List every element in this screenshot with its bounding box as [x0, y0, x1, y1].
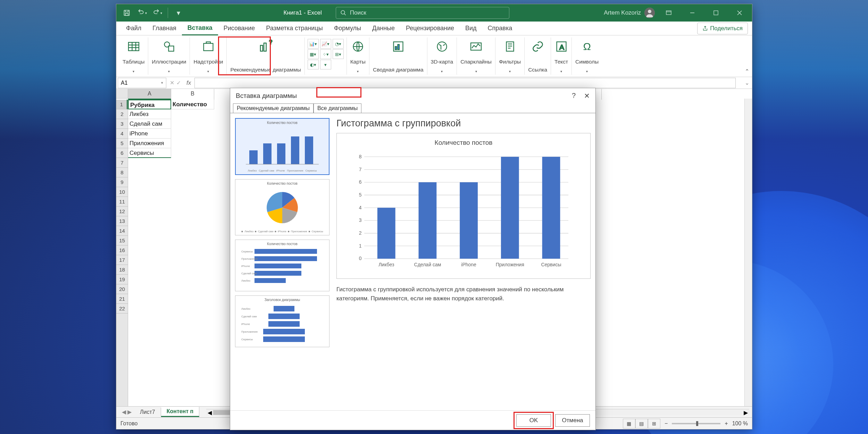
pie-chart-icon[interactable]: ◔▾	[333, 39, 344, 49]
sheet-tab[interactable]: Лист7	[134, 408, 161, 417]
expand-formula-icon[interactable]: ⌄	[745, 80, 752, 86]
row-header[interactable]: 5	[116, 139, 128, 148]
qat-dropdown-icon[interactable]: ▾	[172, 7, 185, 19]
ribbon-tables[interactable]: Таблицы ▾	[119, 37, 148, 75]
tab-layout[interactable]: Разметка страницы	[260, 22, 328, 35]
cell-b1[interactable]: Количество	[171, 100, 214, 109]
close-icon[interactable]	[730, 4, 749, 22]
cell-a5[interactable]: Приложения	[128, 139, 171, 148]
view-break-icon[interactable]: ⊞	[648, 419, 660, 428]
row-header[interactable]: 15	[116, 236, 128, 245]
hierarchy-chart-icon[interactable]: ▦▾	[308, 49, 319, 59]
view-page-icon[interactable]: ▤	[635, 419, 648, 428]
cell-a2[interactable]: Ликбез	[128, 109, 171, 119]
zoom-in-icon[interactable]: +	[725, 420, 728, 427]
cell-a1[interactable]: Рубрика	[128, 100, 171, 109]
tab-home[interactable]: Главная	[147, 22, 182, 35]
row-header[interactable]: 10	[116, 187, 128, 197]
row-header[interactable]: 13	[116, 216, 128, 226]
user-account[interactable]: Artem Kozoriz	[604, 8, 655, 18]
tab-view[interactable]: Вид	[460, 22, 482, 35]
dialog-tab-all[interactable]: Все диаграммы	[314, 103, 361, 113]
enter-formula-icon[interactable]: ✓	[176, 80, 181, 86]
row-header[interactable]: 8	[116, 168, 128, 177]
maximize-icon[interactable]	[706, 4, 726, 22]
ribbon-text[interactable]: A Текст ▾	[551, 37, 572, 75]
view-normal-icon[interactable]: ▦	[623, 419, 635, 428]
dialog-tab-recommended[interactable]: Рекомендуемые диаграммы	[233, 103, 314, 113]
thumb-bar[interactable]: Количество постов Сервисы Приложения iPh…	[235, 240, 329, 291]
row-header[interactable]: 16	[116, 245, 128, 255]
ribbon-symbols[interactable]: Ω Символы ▾	[572, 37, 602, 75]
zoom-level[interactable]: 100 %	[732, 420, 748, 427]
row-header[interactable]: 6	[116, 148, 128, 158]
row-header[interactable]: 22	[116, 304, 128, 314]
ribbon-mode-icon[interactable]	[659, 4, 678, 22]
stat-chart-icon[interactable]: ⊞▾	[333, 49, 344, 59]
tab-insert[interactable]: Вставка	[182, 22, 218, 35]
thumb-funnel[interactable]: Заголовок диаграммы Ликбез Сделай сам iP…	[235, 295, 329, 347]
line-chart-icon[interactable]: 📈▾	[320, 39, 331, 49]
save-icon[interactable]	[120, 7, 133, 19]
col-header-b[interactable]: B	[171, 89, 214, 100]
row-header[interactable]: 4	[116, 129, 128, 139]
tab-file[interactable]: Файл	[120, 22, 147, 35]
ribbon-pivot-chart[interactable]: Сводная диаграмма	[369, 37, 427, 75]
sheet-nav-next-icon[interactable]: ▶	[127, 409, 132, 415]
ribbon-link[interactable]: Ссылка	[525, 37, 551, 75]
zoom-out-icon[interactable]: −	[665, 420, 668, 427]
cell-a4[interactable]: iPhone	[128, 129, 171, 139]
ribbon-3d-map[interactable]: 3D-карта ▾	[427, 37, 457, 75]
ribbon-maps[interactable]: Карты ▾	[347, 37, 369, 75]
redo-icon[interactable]: ▾	[151, 7, 164, 19]
sheet-nav-prev-icon[interactable]: ◀	[122, 409, 126, 415]
chart-preview[interactable]: Количество постов 01 23 45 67 8	[336, 133, 591, 279]
row-header[interactable]: 2	[116, 109, 128, 119]
row-header[interactable]: 14	[116, 226, 128, 236]
row-header[interactable]: 7	[116, 158, 128, 168]
thumb-clustered-column[interactable]: Количество постов ЛикбезСделай самiPhone…	[235, 118, 329, 175]
more-chart-icon[interactable]: ▾	[320, 60, 331, 69]
name-box[interactable]: A1▾	[118, 78, 166, 88]
dialog-help-icon[interactable]: ?	[572, 92, 576, 100]
row-header[interactable]: 19	[116, 275, 128, 284]
collapse-ribbon-icon[interactable]: ⌃	[745, 68, 749, 75]
fx-icon[interactable]: fx	[183, 80, 194, 86]
search-input[interactable]: Поиск	[336, 7, 509, 19]
minimize-icon[interactable]	[683, 4, 702, 22]
cancel-button[interactable]: Отмена	[555, 414, 590, 427]
undo-icon[interactable]: ▾	[136, 7, 148, 19]
scrollbar-vertical[interactable]	[744, 99, 752, 406]
scatter-chart-icon[interactable]: ⁘▾	[320, 49, 331, 59]
row-header[interactable]: 17	[116, 255, 128, 265]
row-header[interactable]: 11	[116, 197, 128, 207]
column-chart-icon[interactable]: 📊▾	[308, 39, 319, 49]
row-header[interactable]: 9	[116, 177, 128, 187]
tab-help[interactable]: Справка	[482, 22, 518, 35]
thumb-pie[interactable]: Количество постов ■Ликбез■Сделай сам■iPh…	[235, 179, 329, 235]
tab-review[interactable]: Рецензирование	[400, 22, 460, 35]
tab-data[interactable]: Данные	[367, 22, 400, 35]
row-header[interactable]: 1	[116, 100, 128, 109]
ribbon-filters[interactable]: Фильтры ▾	[495, 37, 525, 75]
share-button[interactable]: Поделиться	[697, 23, 748, 34]
formula-input[interactable]	[194, 78, 736, 88]
cell-a6[interactable]: Сервисы	[128, 148, 171, 158]
cancel-formula-icon[interactable]: ✕	[170, 80, 174, 86]
col-header-a[interactable]: A	[128, 89, 171, 100]
select-all-corner[interactable]	[116, 89, 128, 99]
ribbon-illustrations[interactable]: Иллюстрации ▾	[148, 37, 190, 75]
tab-formulas[interactable]: Формулы	[328, 22, 367, 35]
row-header[interactable]: 18	[116, 265, 128, 275]
cell-a3[interactable]: Сделай сам	[128, 119, 171, 129]
row-header[interactable]: 21	[116, 294, 128, 304]
combo-chart-icon[interactable]: ◐▾	[308, 60, 319, 69]
dialog-close-icon[interactable]: ✕	[584, 92, 590, 100]
zoom-slider[interactable]	[672, 423, 720, 424]
ribbon-sparklines[interactable]: Спарклайны ▾	[457, 37, 495, 75]
row-header[interactable]: 3	[116, 119, 128, 129]
sheet-tab-active[interactable]: Контент п	[161, 407, 200, 417]
row-header[interactable]: 20	[116, 284, 128, 294]
row-header[interactable]: 12	[116, 207, 128, 216]
tab-draw[interactable]: Рисование	[218, 22, 261, 35]
